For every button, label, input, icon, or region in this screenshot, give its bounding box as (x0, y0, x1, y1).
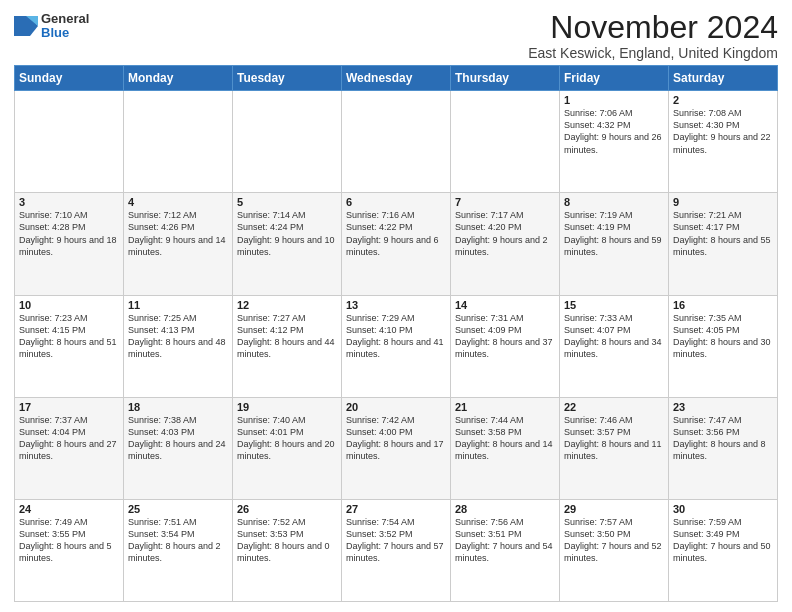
day-number: 23 (673, 401, 773, 413)
day-info: Sunrise: 7:10 AM Sunset: 4:28 PM Dayligh… (19, 209, 119, 258)
day-number: 6 (346, 196, 446, 208)
day-info: Sunrise: 7:25 AM Sunset: 4:13 PM Dayligh… (128, 312, 228, 361)
calendar-cell: 4Sunrise: 7:12 AM Sunset: 4:26 PM Daylig… (124, 193, 233, 295)
title-block: November 2024 East Keswick, England, Uni… (528, 10, 778, 61)
calendar-cell: 17Sunrise: 7:37 AM Sunset: 4:04 PM Dayli… (15, 397, 124, 499)
day-number: 15 (564, 299, 664, 311)
day-info: Sunrise: 7:47 AM Sunset: 3:56 PM Dayligh… (673, 414, 773, 463)
day-number: 1 (564, 94, 664, 106)
day-info: Sunrise: 7:51 AM Sunset: 3:54 PM Dayligh… (128, 516, 228, 565)
day-number: 21 (455, 401, 555, 413)
day-number: 5 (237, 196, 337, 208)
calendar-cell: 11Sunrise: 7:25 AM Sunset: 4:13 PM Dayli… (124, 295, 233, 397)
day-info: Sunrise: 7:17 AM Sunset: 4:20 PM Dayligh… (455, 209, 555, 258)
week-row-3: 17Sunrise: 7:37 AM Sunset: 4:04 PM Dayli… (15, 397, 778, 499)
day-number: 17 (19, 401, 119, 413)
day-info: Sunrise: 7:31 AM Sunset: 4:09 PM Dayligh… (455, 312, 555, 361)
calendar-cell (124, 91, 233, 193)
day-number: 14 (455, 299, 555, 311)
day-info: Sunrise: 7:40 AM Sunset: 4:01 PM Dayligh… (237, 414, 337, 463)
calendar-cell: 15Sunrise: 7:33 AM Sunset: 4:07 PM Dayli… (560, 295, 669, 397)
week-row-2: 10Sunrise: 7:23 AM Sunset: 4:15 PM Dayli… (15, 295, 778, 397)
day-info: Sunrise: 7:08 AM Sunset: 4:30 PM Dayligh… (673, 107, 773, 156)
day-info: Sunrise: 7:23 AM Sunset: 4:15 PM Dayligh… (19, 312, 119, 361)
day-number: 24 (19, 503, 119, 515)
calendar-cell: 13Sunrise: 7:29 AM Sunset: 4:10 PM Dayli… (342, 295, 451, 397)
day-number: 22 (564, 401, 664, 413)
day-info: Sunrise: 7:06 AM Sunset: 4:32 PM Dayligh… (564, 107, 664, 156)
week-row-4: 24Sunrise: 7:49 AM Sunset: 3:55 PM Dayli… (15, 499, 778, 601)
calendar-cell: 28Sunrise: 7:56 AM Sunset: 3:51 PM Dayli… (451, 499, 560, 601)
day-number: 16 (673, 299, 773, 311)
day-info: Sunrise: 7:16 AM Sunset: 4:22 PM Dayligh… (346, 209, 446, 258)
day-info: Sunrise: 7:33 AM Sunset: 4:07 PM Dayligh… (564, 312, 664, 361)
calendar-cell: 7Sunrise: 7:17 AM Sunset: 4:20 PM Daylig… (451, 193, 560, 295)
day-info: Sunrise: 7:46 AM Sunset: 3:57 PM Dayligh… (564, 414, 664, 463)
day-info: Sunrise: 7:49 AM Sunset: 3:55 PM Dayligh… (19, 516, 119, 565)
day-number: 13 (346, 299, 446, 311)
calendar-cell: 12Sunrise: 7:27 AM Sunset: 4:12 PM Dayli… (233, 295, 342, 397)
calendar-cell (233, 91, 342, 193)
day-info: Sunrise: 7:35 AM Sunset: 4:05 PM Dayligh… (673, 312, 773, 361)
day-info: Sunrise: 7:37 AM Sunset: 4:04 PM Dayligh… (19, 414, 119, 463)
day-number: 30 (673, 503, 773, 515)
weekday-header-saturday: Saturday (669, 66, 778, 91)
calendar-cell: 23Sunrise: 7:47 AM Sunset: 3:56 PM Dayli… (669, 397, 778, 499)
calendar-cell: 20Sunrise: 7:42 AM Sunset: 4:00 PM Dayli… (342, 397, 451, 499)
day-number: 10 (19, 299, 119, 311)
logo-text: General Blue (41, 12, 89, 41)
calendar-cell: 30Sunrise: 7:59 AM Sunset: 3:49 PM Dayli… (669, 499, 778, 601)
day-number: 26 (237, 503, 337, 515)
day-info: Sunrise: 7:42 AM Sunset: 4:00 PM Dayligh… (346, 414, 446, 463)
calendar-cell: 16Sunrise: 7:35 AM Sunset: 4:05 PM Dayli… (669, 295, 778, 397)
day-number: 29 (564, 503, 664, 515)
calendar-cell: 22Sunrise: 7:46 AM Sunset: 3:57 PM Dayli… (560, 397, 669, 499)
day-number: 7 (455, 196, 555, 208)
calendar-cell: 10Sunrise: 7:23 AM Sunset: 4:15 PM Dayli… (15, 295, 124, 397)
day-info: Sunrise: 7:59 AM Sunset: 3:49 PM Dayligh… (673, 516, 773, 565)
calendar-cell: 8Sunrise: 7:19 AM Sunset: 4:19 PM Daylig… (560, 193, 669, 295)
header: General Blue November 2024 East Keswick,… (14, 10, 778, 61)
calendar-cell: 2Sunrise: 7:08 AM Sunset: 4:30 PM Daylig… (669, 91, 778, 193)
day-number: 12 (237, 299, 337, 311)
day-info: Sunrise: 7:21 AM Sunset: 4:17 PM Dayligh… (673, 209, 773, 258)
day-number: 27 (346, 503, 446, 515)
day-info: Sunrise: 7:27 AM Sunset: 4:12 PM Dayligh… (237, 312, 337, 361)
calendar-cell: 3Sunrise: 7:10 AM Sunset: 4:28 PM Daylig… (15, 193, 124, 295)
day-number: 19 (237, 401, 337, 413)
calendar-cell (15, 91, 124, 193)
calendar-cell (342, 91, 451, 193)
week-row-0: 1Sunrise: 7:06 AM Sunset: 4:32 PM Daylig… (15, 91, 778, 193)
month-title: November 2024 (528, 10, 778, 45)
calendar-cell: 29Sunrise: 7:57 AM Sunset: 3:50 PM Dayli… (560, 499, 669, 601)
day-info: Sunrise: 7:44 AM Sunset: 3:58 PM Dayligh… (455, 414, 555, 463)
weekday-header-thursday: Thursday (451, 66, 560, 91)
calendar-cell: 24Sunrise: 7:49 AM Sunset: 3:55 PM Dayli… (15, 499, 124, 601)
day-info: Sunrise: 7:12 AM Sunset: 4:26 PM Dayligh… (128, 209, 228, 258)
weekday-header-monday: Monday (124, 66, 233, 91)
day-number: 11 (128, 299, 228, 311)
logo-icon (14, 12, 38, 40)
weekday-header-sunday: Sunday (15, 66, 124, 91)
calendar-cell: 19Sunrise: 7:40 AM Sunset: 4:01 PM Dayli… (233, 397, 342, 499)
logo-general: General (41, 12, 89, 26)
page: General Blue November 2024 East Keswick,… (0, 0, 792, 612)
week-row-1: 3Sunrise: 7:10 AM Sunset: 4:28 PM Daylig… (15, 193, 778, 295)
day-info: Sunrise: 7:57 AM Sunset: 3:50 PM Dayligh… (564, 516, 664, 565)
day-number: 9 (673, 196, 773, 208)
day-info: Sunrise: 7:56 AM Sunset: 3:51 PM Dayligh… (455, 516, 555, 565)
calendar-cell: 5Sunrise: 7:14 AM Sunset: 4:24 PM Daylig… (233, 193, 342, 295)
day-info: Sunrise: 7:54 AM Sunset: 3:52 PM Dayligh… (346, 516, 446, 565)
calendar-cell: 27Sunrise: 7:54 AM Sunset: 3:52 PM Dayli… (342, 499, 451, 601)
calendar-cell: 26Sunrise: 7:52 AM Sunset: 3:53 PM Dayli… (233, 499, 342, 601)
day-number: 18 (128, 401, 228, 413)
calendar-cell: 9Sunrise: 7:21 AM Sunset: 4:17 PM Daylig… (669, 193, 778, 295)
logo: General Blue (14, 12, 89, 41)
calendar-cell (451, 91, 560, 193)
calendar-cell: 25Sunrise: 7:51 AM Sunset: 3:54 PM Dayli… (124, 499, 233, 601)
day-info: Sunrise: 7:38 AM Sunset: 4:03 PM Dayligh… (128, 414, 228, 463)
day-info: Sunrise: 7:14 AM Sunset: 4:24 PM Dayligh… (237, 209, 337, 258)
day-info: Sunrise: 7:29 AM Sunset: 4:10 PM Dayligh… (346, 312, 446, 361)
day-number: 2 (673, 94, 773, 106)
calendar-cell: 6Sunrise: 7:16 AM Sunset: 4:22 PM Daylig… (342, 193, 451, 295)
